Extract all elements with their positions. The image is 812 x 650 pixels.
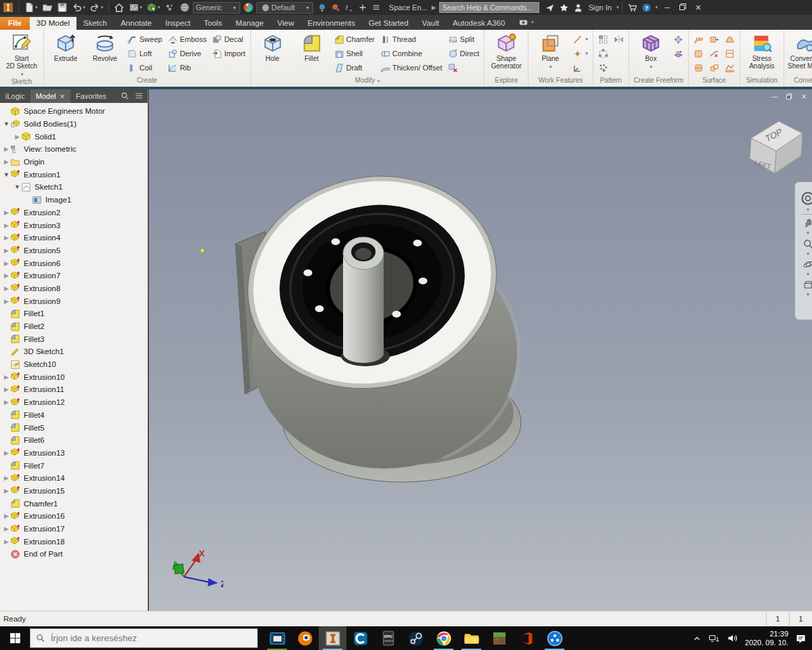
- taskbar-app-office[interactable]: [513, 626, 541, 650]
- expander-icon[interactable]: ▶: [3, 298, 10, 305]
- volume-icon[interactable]: [727, 633, 738, 643]
- taskbar-app-movies-tv[interactable]: [263, 626, 291, 650]
- expander-icon[interactable]: ▼: [14, 183, 21, 190]
- ribbon-tab-manage[interactable]: Manage: [229, 17, 271, 30]
- thicken-offset-button[interactable]: Thicken/ Offset: [378, 61, 445, 74]
- loft-button[interactable]: Loft: [125, 47, 164, 60]
- emboss-button[interactable]: Emboss: [166, 32, 209, 46]
- store-cart-icon[interactable]: [626, 1, 639, 14]
- expander-icon[interactable]: ▼: [3, 121, 10, 127]
- combine-button[interactable]: Combine: [378, 47, 445, 60]
- ruled-surface-button[interactable]: [723, 32, 737, 46]
- navigation-bar[interactable]: ✕▾▾▾▾▾: [794, 181, 812, 320]
- expander-icon[interactable]: ▶: [3, 374, 10, 381]
- expander-icon[interactable]: ▶: [3, 525, 10, 532]
- taskbar-app-file-explorer[interactable]: [457, 626, 485, 650]
- shell-button[interactable]: Shell: [332, 47, 377, 60]
- pan-button[interactable]: [803, 217, 812, 229]
- render-image-button[interactable]: ▾: [127, 1, 144, 14]
- delete-face-button[interactable]: [446, 61, 482, 74]
- taskbar-app-steam[interactable]: [402, 626, 430, 650]
- ribbon-group-label[interactable]: Explore: [484, 77, 528, 87]
- sign-in-link[interactable]: Sign In: [589, 3, 612, 12]
- action-center-icon[interactable]: [795, 633, 807, 644]
- select-button[interactable]: ▾: [145, 1, 162, 14]
- tree-item[interactable]: ▶Extrusion2: [0, 207, 148, 219]
- inventor-logo-button[interactable]: [1, 1, 15, 14]
- tree-item[interactable]: ▼Sketch1: [0, 181, 148, 194]
- tree-item[interactable]: Fillet3: [0, 332, 148, 345]
- close-button[interactable]: ×: [696, 2, 701, 13]
- browser-search-icon[interactable]: [120, 91, 129, 102]
- expander-icon[interactable]: ▶: [3, 450, 10, 456]
- ribbon-tab-inspect[interactable]: Inspect: [158, 17, 197, 30]
- expander-icon[interactable]: ▶: [3, 399, 10, 406]
- shape-generator-button[interactable]: ShapeGenerator: [487, 32, 525, 70]
- expander-icon[interactable]: ▶: [3, 146, 10, 152]
- ribbon-tab-file[interactable]: File: [0, 17, 30, 30]
- derive-button[interactable]: Derive: [166, 47, 209, 60]
- tree-item[interactable]: ▶Extrusion8: [0, 282, 148, 295]
- tree-item[interactable]: ▶Origin: [0, 156, 148, 169]
- freeform-convert-button[interactable]: [671, 47, 685, 60]
- tree-item[interactable]: ▶Extrusion12: [0, 396, 148, 409]
- tree-item[interactable]: ▶Extrusion14: [0, 472, 148, 485]
- start-2d-sketch-button[interactable]: Start2D Sketch▾: [3, 32, 41, 78]
- tree-item[interactable]: ▶Extrusion17: [0, 523, 148, 536]
- ribbon-group-label[interactable]: Create: [44, 77, 250, 87]
- ribbon-group-label[interactable]: Work Features: [528, 77, 593, 87]
- restore-button[interactable]: [679, 3, 686, 12]
- doc-title-arrow-icon[interactable]: ▶: [432, 4, 436, 11]
- new-file-button[interactable]: ▾: [22, 1, 39, 14]
- tree-item[interactable]: ▶Solid1: [0, 130, 148, 143]
- decal-button[interactable]: Decal: [210, 32, 247, 46]
- clock[interactable]: 21:39 2020. 09. 10.: [745, 630, 788, 647]
- ribbon-tab-sketch[interactable]: Sketch: [76, 17, 114, 30]
- freeform-face-button[interactable]: [671, 32, 685, 46]
- appearance-dropdown[interactable]: Default▼: [256, 2, 313, 14]
- close-tab-icon[interactable]: ✕: [60, 93, 65, 100]
- tree-item[interactable]: ▶Extrusion16: [0, 510, 148, 523]
- tree-item[interactable]: ▶Extrusion7: [0, 269, 148, 282]
- tree-item[interactable]: Fillet6: [0, 434, 148, 447]
- parameters-fx-button[interactable]: fx: [343, 1, 355, 14]
- add-button[interactable]: [357, 1, 369, 14]
- ribbon-tab-3d-model[interactable]: 3D Model: [30, 17, 76, 30]
- 3d-viewport[interactable]: ─ ×: [149, 89, 812, 611]
- tray-chevron-icon[interactable]: [692, 634, 702, 643]
- trim-surface-button[interactable]: [707, 47, 721, 60]
- stitch-surface-button[interactable]: [692, 32, 706, 46]
- tree-item[interactable]: ▶Extrusion13: [0, 447, 148, 460]
- expander-icon[interactable]: ▶: [14, 133, 21, 140]
- rectangular-pattern-button[interactable]: [596, 32, 610, 46]
- expander-icon[interactable]: ▶: [3, 209, 10, 216]
- adjust-appearance-button[interactable]: [316, 1, 328, 14]
- patch-surface-button[interactable]: [723, 47, 737, 60]
- taskbar-app-cura[interactable]: [346, 626, 374, 650]
- user-icon[interactable]: [572, 1, 585, 14]
- tree-item[interactable]: End of Part: [0, 548, 148, 561]
- mirror-button[interactable]: [612, 32, 626, 46]
- tree-item[interactable]: Chamfer1: [0, 497, 148, 510]
- tree-item[interactable]: ▶Extrusion9: [0, 295, 148, 307]
- tree-item[interactable]: ▶Extrusion5: [0, 244, 148, 257]
- expander-icon[interactable]: ▼: [3, 171, 10, 178]
- expander-icon[interactable]: ▶: [3, 386, 10, 393]
- expander-icon[interactable]: ▶: [3, 158, 10, 165]
- revolve-button[interactable]: Revolve: [86, 32, 124, 62]
- box-button[interactable]: Box▾: [632, 32, 670, 70]
- ribbon-tab-get-started[interactable]: Get Started: [362, 17, 415, 30]
- taskbar-app-blue-app[interactable]: [541, 626, 568, 650]
- tree-item[interactable]: ▶Extrusion18: [0, 535, 148, 548]
- ribbon-group-label[interactable]: Modify ▾: [251, 77, 484, 87]
- clear-appearance-button[interactable]: [330, 1, 342, 14]
- taskbar-app-minecraft[interactable]: [485, 626, 513, 650]
- sketch-point[interactable]: [200, 248, 204, 253]
- replace-face-button[interactable]: [707, 61, 721, 74]
- taskbar-app-chrome[interactable]: [430, 626, 457, 650]
- browser-tab-favorites[interactable]: Favorites: [70, 89, 112, 103]
- network-icon[interactable]: [708, 633, 720, 643]
- tree-item[interactable]: ▶Extrusion11: [0, 383, 148, 396]
- tree-item[interactable]: Image1: [0, 194, 148, 207]
- tree-item[interactable]: Fillet5: [0, 421, 148, 434]
